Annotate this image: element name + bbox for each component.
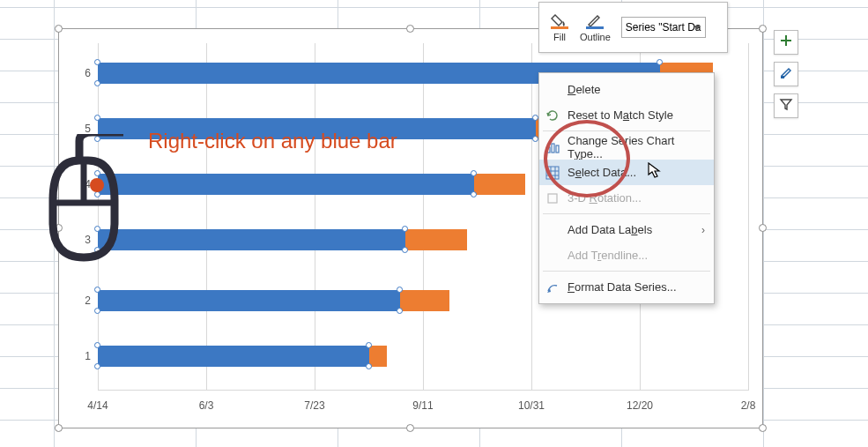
menu-delete[interactable]: Delete [539, 77, 714, 102]
chart-type-icon [545, 139, 560, 155]
series-start-date-bar[interactable] [98, 290, 400, 311]
data-point-handle[interactable] [532, 115, 538, 121]
plus-icon [779, 34, 793, 51]
x-axis-tick-label: 9/11 [412, 399, 433, 412]
x-axis-tick-label: 12/20 [627, 399, 653, 412]
svg-rect-5 [547, 147, 550, 153]
series-duration-bar[interactable] [369, 346, 387, 367]
series-start-date-bar[interactable] [98, 174, 474, 195]
x-axis-tick-label: 6/3 [199, 399, 214, 412]
funnel-icon [779, 97, 793, 115]
gridline [206, 43, 207, 391]
chart-styles-button[interactable] [774, 62, 798, 86]
menu-add-labels-label: Add Data Labels [568, 223, 652, 236]
series-start-date-bar[interactable] [98, 346, 369, 367]
menu-add-trendline: Add Trendline... [539, 242, 714, 268]
outline-pen-icon [585, 12, 605, 30]
data-point-handle[interactable] [94, 342, 100, 348]
data-point-handle[interactable] [402, 226, 408, 232]
select-data-icon [545, 165, 560, 181]
menu-change-type-label: Change Series Chart Type... [568, 134, 705, 160]
data-point-handle[interactable] [366, 342, 372, 348]
svg-rect-8 [546, 167, 559, 179]
menu-separator [543, 213, 710, 214]
annotation-text: Right-click on any blue bar [148, 129, 397, 153]
menu-3d-rotation: 3-D Rotation... [539, 185, 714, 211]
menu-select-data[interactable]: Select Data... [539, 160, 714, 185]
series-duration-bar[interactable] [400, 290, 449, 311]
data-point-handle[interactable] [94, 363, 100, 369]
x-axis-tick-label: 2/8 [741, 399, 756, 412]
format-series-icon [545, 279, 560, 295]
x-axis-line [98, 390, 748, 391]
y-axis-tick-label: 1 [73, 350, 91, 362]
menu-reset-label: Reset to Match Style [568, 108, 673, 122]
menu-change-series-chart-type[interactable]: Change Series Chart Type... [539, 134, 714, 160]
data-point-handle[interactable] [657, 59, 663, 65]
fill-button[interactable]: Fill [545, 12, 575, 42]
series-duration-bar[interactable] [405, 229, 467, 250]
data-point-handle[interactable] [471, 191, 477, 197]
svg-rect-4 [586, 26, 604, 29]
y-axis-tick-label: 6 [73, 67, 91, 79]
menu-3d-rotation-label: 3-D Rotation... [568, 191, 642, 205]
gridline [315, 43, 315, 391]
menu-add-trendline-label: Add Trendline... [568, 249, 648, 262]
menu-separator [543, 130, 710, 131]
data-point-handle[interactable] [397, 287, 403, 293]
menu-select-data-label: Select Data... [568, 166, 636, 179]
data-point-handle[interactable] [94, 59, 100, 65]
chart-elements-button[interactable] [774, 30, 798, 55]
context-menu: Delete Reset to Match Style Change Serie… [538, 72, 715, 304]
series-start-date-bar[interactable] [98, 229, 405, 250]
rotation-3d-icon [545, 190, 560, 206]
svg-rect-6 [552, 144, 554, 153]
brush-icon [779, 65, 793, 83]
data-point-handle[interactable] [471, 170, 477, 176]
svg-rect-16 [781, 76, 784, 78]
menu-format-data-series[interactable]: Format Data Series... [539, 274, 714, 300]
mini-toolbar: Fill Outline Series "Start Da [538, 2, 728, 53]
data-point-handle[interactable] [94, 115, 100, 121]
reset-icon [545, 108, 560, 123]
data-point-handle[interactable] [397, 308, 403, 314]
series-duration-bar[interactable] [474, 174, 525, 195]
menu-add-data-labels[interactable]: Add Data Labels › [539, 217, 714, 242]
fill-label: Fill [553, 32, 566, 42]
y-axis-tick-label: 5 [73, 123, 91, 135]
fill-bucket-icon [550, 12, 569, 30]
gridline [423, 43, 424, 391]
x-axis-tick-label: 10/31 [518, 399, 545, 412]
x-axis-tick-label: 4/14 [87, 399, 108, 412]
data-point-handle[interactable] [402, 247, 408, 253]
series-selector-dropdown[interactable]: Series "Start Da [621, 17, 706, 38]
x-axis-tick-label: 7/23 [304, 399, 324, 412]
data-point-handle[interactable] [94, 308, 100, 314]
gridline [748, 43, 749, 391]
outline-button[interactable]: Outline [575, 12, 616, 42]
menu-reset-to-match-style[interactable]: Reset to Match Style [539, 102, 714, 128]
y-axis-tick-label: 2 [73, 294, 91, 307]
submenu-arrow-icon: › [701, 224, 705, 236]
data-point-handle[interactable] [366, 363, 372, 369]
data-point-handle[interactable] [94, 287, 100, 293]
series-selector-value: Series "Start Da [626, 21, 701, 34]
mouse-right-click-icon [44, 134, 123, 270]
menu-delete-label: Delete [568, 83, 601, 96]
svg-rect-3 [551, 26, 568, 29]
data-point-handle[interactable] [94, 80, 100, 86]
svg-rect-13 [548, 194, 557, 203]
gridline [531, 43, 532, 391]
menu-separator [543, 271, 710, 272]
chart-filters-button[interactable] [774, 93, 798, 118]
svg-point-2 [90, 178, 104, 192]
chart-side-buttons [774, 30, 798, 118]
menu-format-series-label: Format Data Series... [568, 280, 677, 294]
svg-rect-7 [556, 145, 559, 153]
outline-label: Outline [580, 32, 611, 42]
data-point-handle[interactable] [532, 136, 538, 142]
